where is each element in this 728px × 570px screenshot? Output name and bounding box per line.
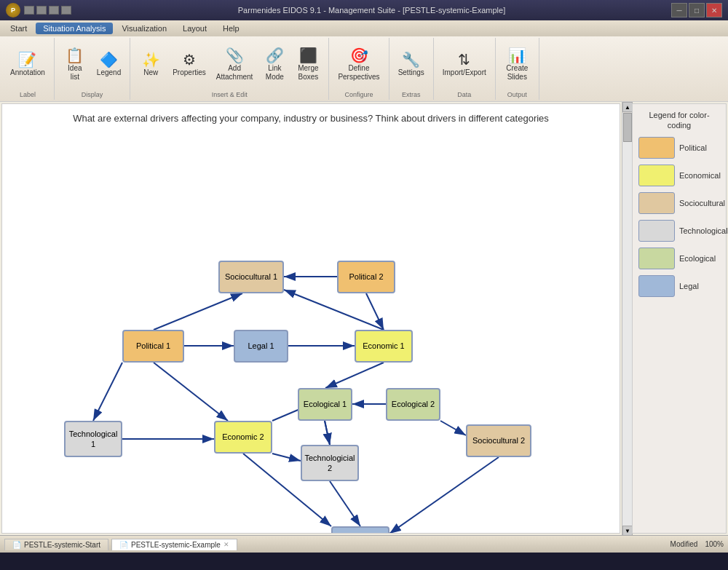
- toolbar: 📝AnnotationLabel📋Idealist🔷LegendDisplay✨…: [0, 36, 728, 102]
- svg-line-8: [366, 293, 384, 330]
- toolbar-group-label-data: Data: [457, 90, 471, 98]
- toolbar-group-label-extras: Extras: [402, 90, 421, 98]
- toolbar-btn-define-persp[interactable]: 🎯DefinePerspectives: [333, 40, 384, 90]
- menu-item-help[interactable]: Help: [215, 23, 247, 34]
- bottom-bar: 📄PESTLE-systemic-Start📄PESTLE-systemic-E…: [0, 535, 728, 553]
- toolbar-group-insert-edit: ✨New⚙Properties📎AddAttachment🔗LinkMode⬛M…: [130, 38, 329, 100]
- legend-label-ecological: Ecological: [679, 254, 716, 263]
- node-economic1[interactable]: Economic 1: [355, 330, 413, 363]
- link-mode-icon: 🔗: [266, 48, 284, 63]
- node-sociocultural1[interactable]: Sociocultural 1: [218, 261, 284, 293]
- node-sociocultural2[interactable]: Sociocultural 2: [466, 424, 531, 457]
- legend-item-economical: Economical: [638, 165, 720, 186]
- tab-close-pestle-example[interactable]: ✕: [223, 541, 229, 548]
- node-legal1[interactable]: Legal 1: [234, 330, 288, 363]
- vertical-scrollbar[interactable]: ▲ ▼: [622, 102, 632, 535]
- legend-item-legal: Legal: [638, 275, 720, 297]
- app-icon: P: [6, 3, 20, 17]
- status-info: Modified100%: [670, 540, 724, 548]
- annotation-icon: 📝: [18, 52, 36, 67]
- svg-line-12: [154, 363, 228, 421]
- define-persp-icon: 🎯: [350, 48, 368, 63]
- legend-color-ecological: [638, 248, 675, 269]
- toolbar-btn-merge-boxes[interactable]: ⬛MergeBoxes: [292, 40, 324, 90]
- toolbar-group-label: 📝AnnotationLabel: [1, 38, 55, 100]
- legend-item-technological: Technological: [638, 220, 720, 242]
- window-title: Parmenides EIDOS 9.1 - Management Suite …: [72, 6, 671, 15]
- legend-color-political: [638, 137, 675, 159]
- node-legal2[interactable]: Legal 2: [331, 526, 389, 534]
- legend-color-technological: [638, 220, 675, 242]
- node-economic2[interactable]: Economic 2: [214, 421, 272, 454]
- menu-item-situation[interactable]: Situation Analysis: [36, 23, 113, 34]
- legend-color-sociocultural: [638, 192, 675, 214]
- import-export-icon: ⇅: [458, 52, 470, 67]
- svg-line-18: [389, 457, 499, 533]
- toolbar-btn-idea-list[interactable]: 📋Idealist: [59, 40, 91, 90]
- svg-line-11: [93, 363, 122, 421]
- properties-icon: ⚙: [183, 52, 196, 67]
- svg-line-5: [284, 290, 384, 330]
- new-icon: ✨: [142, 52, 160, 67]
- legend-label-economical: Economical: [679, 171, 721, 180]
- create-slides-icon: 📊: [508, 48, 526, 63]
- toolbar-btn-link-mode[interactable]: 🔗LinkMode: [258, 40, 290, 90]
- legend-item-political: Political: [638, 137, 720, 159]
- toolbar-group-output: 📊CreateSlidesOutput: [496, 38, 539, 100]
- menu-item-visualization[interactable]: Visualization: [114, 23, 174, 34]
- toolbar-btn-settings[interactable]: 🔧Settings: [394, 40, 429, 90]
- toolbar-btn-import-export[interactable]: ⇅Import/Export: [438, 40, 491, 90]
- node-ecological1[interactable]: Ecological 1: [298, 388, 352, 421]
- toolbar-btn-add-attach[interactable]: 📎AddAttachment: [212, 40, 258, 90]
- toolbar-group-data: ⇅Import/ExportData: [434, 38, 496, 100]
- pestle-start-icon: 📄: [12, 541, 21, 549]
- scroll-thumb[interactable]: [623, 113, 632, 142]
- add-attach-icon: 📎: [226, 48, 244, 63]
- scroll-up-button[interactable]: ▲: [622, 102, 633, 112]
- tab-label-pestle-start: PESTLE-systemic-Start: [24, 541, 100, 549]
- toolbar-group-configure: 🎯DefinePerspectivesConfigure: [329, 38, 389, 100]
- legend-label-legal: Legal: [679, 282, 699, 290]
- svg-line-15: [325, 421, 330, 445]
- svg-line-3: [154, 293, 242, 330]
- scroll-down-button[interactable]: ▼: [622, 526, 633, 536]
- node-ecological2[interactable]: Ecological 2: [386, 388, 440, 421]
- toolbar-group-display: 📋Idealist🔷LegendDisplay: [55, 38, 130, 100]
- menu-item-layout[interactable]: Layout: [175, 23, 214, 34]
- menu-bar: StartSituation AnalysisVisualizationLayo…: [0, 20, 728, 36]
- menu-item-start[interactable]: Start: [3, 23, 34, 34]
- legend-icon: 🔷: [100, 52, 118, 67]
- legend-label-sociocultural: Sociocultural: [679, 199, 725, 207]
- restore-button[interactable]: □: [689, 3, 705, 17]
- tab-pestle-example[interactable]: 📄PESTLE-systemic-Example✕: [111, 539, 237, 550]
- toolbar-btn-create-slides[interactable]: 📊CreateSlides: [501, 40, 533, 90]
- toolbar-btn-new[interactable]: ✨New: [135, 40, 167, 90]
- legend-color-legal: [638, 275, 675, 297]
- legend-label-technological: Technological: [679, 226, 728, 235]
- node-political1[interactable]: Political 1: [122, 330, 184, 363]
- minimize-button[interactable]: ─: [671, 3, 687, 17]
- settings-icon: 🔧: [402, 52, 420, 67]
- svg-line-14: [325, 421, 330, 445]
- legend-title: Legend for color-coding: [638, 110, 720, 131]
- svg-line-13: [272, 454, 301, 461]
- main-area: What are external drivers affecting your…: [0, 102, 728, 535]
- toolbar-group-label-display: Display: [82, 90, 103, 98]
- node-political2[interactable]: Political 2: [337, 261, 395, 293]
- node-technological1[interactable]: Technological 1: [64, 421, 122, 457]
- zoom-level: 100%: [705, 540, 724, 548]
- node-technologicial2[interactable]: Technologicial 2: [301, 445, 359, 481]
- legend-color-economical: [638, 165, 675, 186]
- diagram-canvas: What are external drivers affecting your…: [1, 103, 620, 534]
- toolbar-btn-legend[interactable]: 🔷Legend: [92, 40, 125, 90]
- toolbar-icon-3: [49, 6, 59, 15]
- toolbar-btn-annotation[interactable]: 📝Annotation: [6, 40, 50, 90]
- title-bar: P Parmenides EIDOS 9.1 - Management Suit…: [0, 0, 728, 20]
- toolbar-btn-properties[interactable]: ⚙Properties: [168, 40, 210, 90]
- tab-pestle-start[interactable]: 📄PESTLE-systemic-Start: [4, 539, 108, 550]
- idea-list-icon: 📋: [66, 48, 84, 63]
- svg-line-16: [330, 481, 360, 526]
- close-button[interactable]: ✕: [706, 3, 722, 17]
- toolbar-icon-4: [61, 6, 71, 15]
- legend-panel: Legend for color-coding PoliticalEconomi…: [632, 103, 727, 534]
